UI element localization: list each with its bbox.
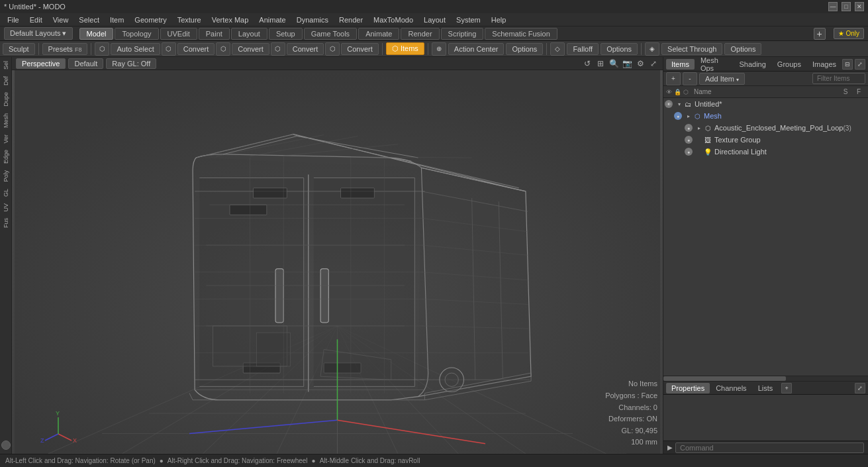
- menu-edit[interactable]: Edit: [25, 15, 47, 25]
- menu-file[interactable]: File: [3, 15, 24, 25]
- layout-tab-model[interactable]: Model: [79, 28, 114, 40]
- options-button-1[interactable]: Options: [506, 43, 543, 55]
- maximize-button[interactable]: □: [842, 2, 851, 11]
- layout-tab-animate[interactable]: Animate: [358, 28, 399, 40]
- convert-button-1[interactable]: Convert: [177, 43, 215, 55]
- expand-light[interactable]: [695, 148, 703, 156]
- filter-items-input[interactable]: [812, 73, 865, 84]
- sidebar-vert[interactable]: Ver: [1, 132, 11, 146]
- viewport-ctrl-fit[interactable]: ⊞: [595, 58, 606, 69]
- viewport-ctrl-cam[interactable]: 📷: [622, 58, 632, 69]
- default-layouts-dropdown[interactable]: Default Layouts ▾: [4, 27, 73, 40]
- panel-tab-lists[interactable]: Lists: [753, 383, 779, 393]
- sidebar-mesh[interactable]: Mesh: [1, 111, 11, 130]
- panel-tab-mesh-ops[interactable]: Mesh Ops: [695, 55, 734, 74]
- menu-geometry[interactable]: Geometry: [130, 15, 171, 25]
- select-through-button[interactable]: Select Through: [661, 43, 722, 55]
- viewport-tab-default[interactable]: Default: [68, 58, 103, 69]
- icon-mesh: ⬡: [693, 111, 702, 121]
- presets-button[interactable]: Presets F8: [42, 43, 88, 55]
- tree-item-acoustic[interactable]: ● ▸ ⬡ Acoustic_Enclosed_Meeting_Pod_Loop…: [663, 122, 868, 134]
- star-only-button[interactable]: ★ Only: [834, 28, 864, 39]
- viewport[interactable]: Perspective Default Ray GL: Off ↺ ⊞ 🔍 📷 …: [12, 57, 663, 454]
- items-scrollbar-thumb[interactable]: [663, 376, 786, 381]
- options-button-3[interactable]: Options: [724, 43, 761, 55]
- sidebar-sel[interactable]: Sel: [1, 58, 11, 72]
- convert-button-4[interactable]: Convert: [341, 43, 379, 55]
- bottom-panel-tabs: Properties Channels Lists + ⤢: [663, 382, 868, 395]
- layout-tab-schematic[interactable]: Schematic Fusion: [485, 28, 557, 40]
- menu-animate[interactable]: Animate: [254, 15, 290, 25]
- action-center-button[interactable]: Action Center: [448, 43, 505, 55]
- expand-acoustic[interactable]: ▸: [695, 124, 703, 132]
- layout-tab-scripting[interactable]: Scripting: [441, 28, 484, 40]
- panel-tab-groups[interactable]: Groups: [772, 59, 806, 70]
- panel-tab-properties[interactable]: Properties: [666, 383, 710, 393]
- sidebar-fus[interactable]: Fus: [1, 215, 11, 231]
- close-button[interactable]: ✕: [855, 2, 864, 11]
- svg-line-64: [58, 434, 72, 441]
- bottom-panel-add-btn[interactable]: +: [781, 383, 792, 393]
- layout-tab-paint[interactable]: Paint: [199, 28, 230, 40]
- menu-vertex-map[interactable]: Vertex Map: [207, 15, 254, 25]
- add-layout-button[interactable]: +: [814, 28, 826, 40]
- viewport-ctrl-rotate[interactable]: ↺: [582, 58, 593, 69]
- command-input[interactable]: [675, 442, 864, 453]
- expand-texture[interactable]: [695, 136, 703, 144]
- menu-item[interactable]: Item: [105, 15, 128, 25]
- auto-select-button[interactable]: Auto Select: [111, 43, 160, 55]
- menu-texture[interactable]: Texture: [173, 15, 206, 25]
- sidebar-bottom-btn[interactable]: [1, 441, 11, 450]
- viewport-ctrl-fullscreen[interactable]: ⤢: [648, 58, 659, 69]
- tree-item-light[interactable]: ● 💡 Directional Light: [663, 146, 868, 158]
- layout-tab-gametools[interactable]: Game Tools: [304, 28, 358, 40]
- menu-system[interactable]: System: [452, 15, 485, 25]
- expand-mesh[interactable]: ▸: [685, 112, 693, 120]
- viewport-canvas[interactable]: X Z Y No Items Polygons : Face Channels:…: [12, 70, 663, 454]
- menu-view[interactable]: View: [48, 15, 73, 25]
- panel-tab-images[interactable]: Images: [807, 59, 842, 70]
- panel-tab-channels[interactable]: Channels: [710, 383, 751, 393]
- menu-help[interactable]: Help: [487, 15, 511, 25]
- viewport-ctrl-zoom[interactable]: 🔍: [608, 58, 619, 69]
- panel-collapse-btn[interactable]: ⊟: [842, 59, 853, 70]
- tree-item-mesh[interactable]: ● ▸ ⬡ Mesh: [663, 110, 868, 122]
- menu-dynamics[interactable]: Dynamics: [292, 15, 333, 25]
- falloff-button[interactable]: Falloff: [567, 43, 599, 55]
- tree-item-untitled[interactable]: 👁 ▾ 🗂 Untitled*: [663, 98, 868, 110]
- sidebar-gl[interactable]: GL: [1, 186, 11, 199]
- panel-tab-shading[interactable]: Shading: [734, 59, 771, 70]
- layout-tab-setup[interactable]: Setup: [269, 28, 303, 40]
- menu-render[interactable]: Render: [334, 15, 367, 25]
- sidebar-uv[interactable]: UV: [1, 201, 11, 215]
- sidebar-poly[interactable]: Poly: [1, 168, 11, 185]
- layout-tab-render[interactable]: Render: [401, 28, 439, 40]
- menu-maxtomodo[interactable]: MaxToModo: [369, 15, 418, 25]
- viewport-ctrl-settings[interactable]: ⚙: [635, 58, 646, 69]
- options-button-2[interactable]: Options: [601, 43, 638, 55]
- viewport-tab-perspective[interactable]: Perspective: [16, 58, 66, 69]
- sidebar-def[interactable]: Def: [1, 74, 11, 88]
- bottom-panel-expand[interactable]: ⤢: [855, 383, 865, 393]
- sculpt-button[interactable]: Sculpt: [3, 43, 35, 55]
- panel-tab-items[interactable]: Items: [666, 59, 695, 70]
- sidebar-dupe[interactable]: Dupe: [1, 89, 11, 109]
- viewport-tab-raygl[interactable]: Ray GL: Off: [106, 58, 156, 69]
- sidebar-edge[interactable]: Edge: [1, 147, 11, 166]
- svg-text:X: X: [73, 437, 77, 444]
- panel-expand-btn[interactable]: ⤢: [855, 59, 865, 70]
- vis-icons-light: ●: [685, 148, 693, 156]
- convert-button-3[interactable]: Convert: [287, 43, 324, 55]
- tree-item-texture[interactable]: ● 🖼 Texture Group: [663, 134, 868, 146]
- menu-select[interactable]: Select: [74, 15, 104, 25]
- layout-tab-uvedit[interactable]: UVEdit: [160, 28, 197, 40]
- layout-tab-topology[interactable]: Topology: [115, 28, 158, 40]
- items-button[interactable]: ⬡ Items: [386, 42, 424, 55]
- expand-untitled[interactable]: ▾: [675, 100, 683, 108]
- minimize-button[interactable]: —: [828, 2, 838, 11]
- add-item-button[interactable]: Add Item ▾: [699, 73, 745, 85]
- menu-layout[interactable]: Layout: [419, 15, 450, 25]
- convert-button-2[interactable]: Convert: [232, 43, 269, 55]
- layout-tab-layout[interactable]: Layout: [231, 28, 267, 40]
- items-tree[interactable]: 👁 ▾ 🗂 Untitled* ● ▸ ⬡ Mesh ● ▸: [663, 98, 868, 376]
